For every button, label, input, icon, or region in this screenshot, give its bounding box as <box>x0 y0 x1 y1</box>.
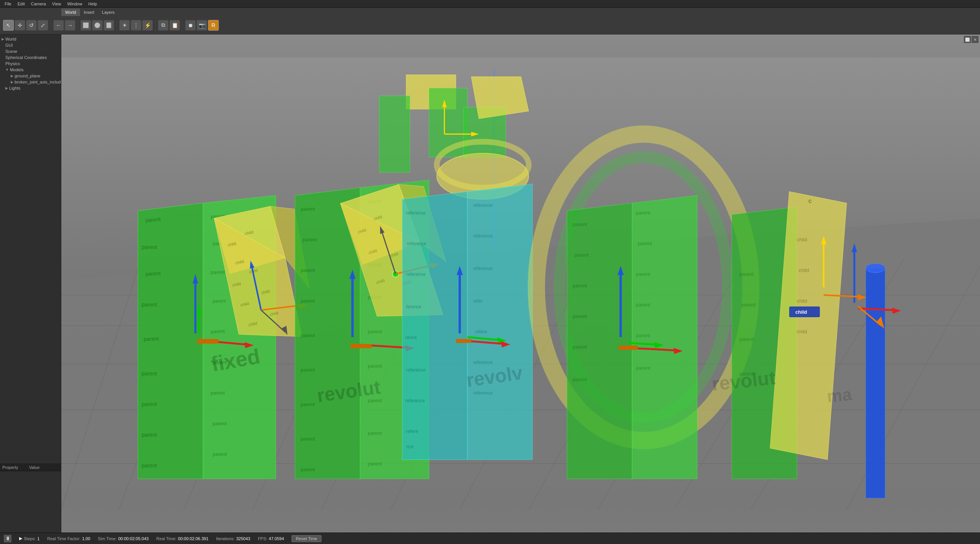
svg-marker-160 <box>618 266 624 275</box>
svg-text:child: child <box>232 281 241 287</box>
svg-text:parent: parent <box>144 336 159 342</box>
svg-text:parent: parent <box>739 271 754 277</box>
svg-text:parent: parent <box>636 210 650 216</box>
cylinder-insert-btn[interactable] <box>103 20 114 31</box>
svg-marker-116 <box>429 261 440 269</box>
redo-btn[interactable]: → <box>65 20 75 31</box>
svg-text:parent: parent <box>145 216 161 223</box>
svg-text:child: child <box>261 289 270 295</box>
svg-text:parent: parent <box>573 221 587 227</box>
svg-text:parent: parent <box>368 294 382 300</box>
menu-window[interactable]: Window <box>64 0 85 7</box>
svg-rect-173 <box>789 306 820 317</box>
tab-insert[interactable]: Insert <box>80 8 98 16</box>
viewport-close-btn[interactable]: ✕ <box>972 36 978 43</box>
svg-text:child: child <box>797 237 807 243</box>
sphere-insert-btn[interactable] <box>92 20 103 31</box>
svg-marker-162 <box>654 342 664 348</box>
tree-item-scene[interactable]: Scene <box>0 48 61 54</box>
svg-text:parent: parent <box>301 333 315 338</box>
tab-layers[interactable]: Layers <box>98 8 118 16</box>
tree-arrow-world: ▶ <box>2 37 4 41</box>
viewport-maximize-btn[interactable]: ⬜ <box>964 36 971 43</box>
screenshot-btn[interactable]: 📷 <box>197 20 207 31</box>
svg-text:child: child <box>389 251 399 258</box>
svg-rect-175 <box>866 268 885 498</box>
record-btn[interactable]: ⏺ <box>185 20 196 31</box>
svg-marker-73 <box>298 301 308 310</box>
left-panel: ▶ World GUI Scene Spherical Coordinates … <box>0 34 61 533</box>
menu-bar: File Edit Camera View Window Help <box>0 0 980 8</box>
svg-text:child: child <box>799 267 809 273</box>
viewport[interactable]: parent parent parent parent parent paren… <box>61 34 980 533</box>
pause-button[interactable]: ⏸ <box>4 535 11 542</box>
light-point-btn[interactable]: ☀ <box>119 20 130 31</box>
fps-value: 47.0594 <box>269 536 284 541</box>
paste-btn[interactable]: 📋 <box>169 20 180 31</box>
svg-marker-186 <box>857 294 867 300</box>
svg-text:parent: parent <box>142 244 157 250</box>
svg-text:c: c <box>808 198 812 204</box>
svg-text:parent: parent <box>211 390 225 396</box>
separator-1 <box>51 20 51 31</box>
svg-text:child: child <box>227 241 237 247</box>
main-layout: ▶ World GUI Scene Spherical Coordinates … <box>0 34 980 533</box>
svg-text:child: child <box>373 214 383 221</box>
svg-text:parent: parent <box>211 269 225 275</box>
reset-time-button[interactable]: Reset Time <box>292 535 321 542</box>
svg-text:parent: parent <box>575 252 589 258</box>
tree-item-physics[interactable]: Physics <box>0 61 61 67</box>
svg-rect-57 <box>197 339 218 344</box>
svg-line-115 <box>396 262 435 277</box>
tab-world[interactable]: World <box>61 8 80 16</box>
box-insert-btn[interactable] <box>80 20 91 31</box>
menu-edit[interactable]: Edit <box>15 0 28 7</box>
translate-tool-btn[interactable]: ✛ <box>15 20 25 31</box>
svg-text:parent: parent <box>573 344 587 350</box>
tree-item-gui[interactable]: GUI <box>0 42 61 48</box>
svg-marker-138 <box>497 338 506 344</box>
tree-item-ground-plane[interactable]: ▶ ground_plane <box>0 73 61 79</box>
separator-5 <box>182 20 183 31</box>
svg-text:rence: rence <box>405 335 417 340</box>
svg-marker-31 <box>138 203 203 479</box>
svg-marker-136 <box>457 266 463 275</box>
toolbar-tabs: World Insert Layers <box>0 8 980 16</box>
svg-marker-59 <box>214 205 302 349</box>
property-header: Property Value <box>0 464 61 471</box>
menu-view[interactable]: View <box>49 0 64 7</box>
svg-text:parent: parent <box>573 283 587 288</box>
tree-item-lights[interactable]: ▶ Lights <box>0 85 61 91</box>
light-directional-btn[interactable]: ⋮ <box>131 20 141 31</box>
svg-text:parent: parent <box>211 328 225 334</box>
svg-text:child: child <box>797 298 807 304</box>
light-spot-btn[interactable]: ⚡ <box>142 20 153 31</box>
svg-text:refer: refer <box>473 298 483 304</box>
property-col-header: Property <box>2 465 29 470</box>
tree-item-models[interactable]: ▼ Models <box>0 67 61 73</box>
copy-btn[interactable]: ⧉ <box>158 20 169 31</box>
undo-btn[interactable]: ← <box>53 20 64 31</box>
svg-text:child: child <box>240 301 249 307</box>
cursor-tool-btn[interactable]: ↖ <box>3 20 14 31</box>
rotate-tool-btn[interactable]: ↺ <box>26 20 37 31</box>
status-step: ▶ Steps: 1 <box>19 536 39 541</box>
scene-tree: ▶ World GUI Scene Spherical Coordinates … <box>0 34 61 464</box>
svg-text:parent: parent <box>210 213 225 220</box>
scale-tool-btn[interactable]: ⤢ <box>38 20 48 31</box>
svg-marker-98 <box>349 270 356 279</box>
tree-item-spherical[interactable]: Spherical Coordinates <box>0 54 61 61</box>
scene-canvas: parent parent parent parent parent paren… <box>61 34 980 533</box>
svg-rect-141 <box>456 339 471 343</box>
menu-file[interactable]: File <box>2 0 15 7</box>
svg-text:parent: parent <box>638 241 652 246</box>
menu-help[interactable]: Help <box>85 0 100 7</box>
svg-text:revolv: revolv <box>465 362 524 391</box>
realtime-btn[interactable]: R <box>208 20 219 31</box>
svg-point-144 <box>559 157 728 418</box>
tree-item-broken-joint[interactable]: ▶ broken_joint_axis_include_de... <box>0 79 61 85</box>
svg-line-137 <box>467 337 502 340</box>
tree-item-world[interactable]: ▶ World <box>0 36 61 42</box>
menu-camera[interactable]: Camera <box>28 0 49 7</box>
svg-text:parent: parent <box>301 401 315 407</box>
